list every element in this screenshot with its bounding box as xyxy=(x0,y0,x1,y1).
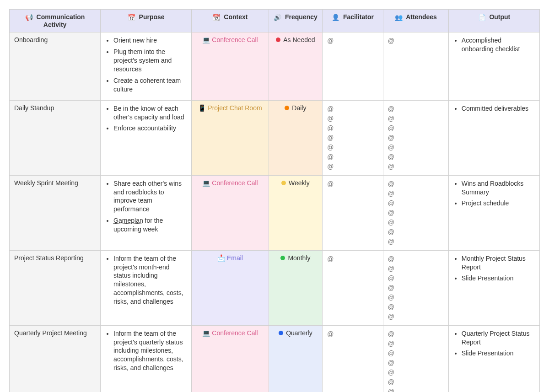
purpose-item: Inform the team of the project's month-e… xyxy=(113,254,187,306)
mention-placeholder[interactable]: @ xyxy=(388,312,444,322)
mention-placeholder[interactable]: @ xyxy=(388,264,444,274)
purpose-item: Gameplan for the upcoming week xyxy=(113,216,187,234)
frequency-cell[interactable]: Monthly xyxy=(269,250,322,325)
purpose-item: Create a coherent team culture xyxy=(113,76,187,94)
facilitator-cell[interactable]: @ xyxy=(323,32,383,100)
mention-placeholder[interactable]: @ xyxy=(388,377,444,387)
attendees-cell[interactable]: @@@@@@@ xyxy=(383,325,448,392)
purpose-item: Orient new hire xyxy=(113,36,187,45)
purpose-cell[interactable]: Be in the know of each other's capacity … xyxy=(101,100,192,175)
purpose-item: Be in the know of each other's capacity … xyxy=(113,104,187,122)
context-icon: 💻 xyxy=(202,179,210,187)
facilitator-cell[interactable]: @ xyxy=(323,325,383,392)
mention-placeholder[interactable]: @ xyxy=(388,237,444,247)
frequency-cell[interactable]: Quarterly xyxy=(269,325,322,392)
mention-placeholder[interactable]: @ xyxy=(388,124,444,133)
frequency-cell[interactable]: As Needed xyxy=(269,32,322,100)
purpose-item: Share each other's wins and roadblocks t… xyxy=(113,179,187,214)
mention-placeholder[interactable]: @ xyxy=(327,162,378,172)
person-icon: 👤 xyxy=(332,14,339,21)
mention-placeholder[interactable]: @ xyxy=(327,329,378,339)
frequency-cell[interactable]: Daily xyxy=(269,100,322,175)
attendees-cell[interactable]: @@@@@@@ xyxy=(383,100,448,175)
mention-placeholder[interactable]: @ xyxy=(388,358,444,368)
purpose-cell[interactable]: Share each other's wins and roadblocks t… xyxy=(101,175,192,250)
mention-placeholder[interactable]: @ xyxy=(327,36,378,46)
mention-placeholder[interactable]: @ xyxy=(388,114,444,124)
header-activity[interactable]: 📢 Communication Activity xyxy=(10,10,101,32)
mention-placeholder[interactable]: @ xyxy=(327,254,378,264)
purpose-cell[interactable]: Orient new hirePlug them into the projec… xyxy=(101,32,192,100)
facilitator-cell[interactable]: @ xyxy=(323,175,383,250)
mention-placeholder[interactable]: @ xyxy=(327,179,378,189)
activity-cell[interactable]: Project Status Reporting xyxy=(10,250,101,325)
context-tag: 💻Conference Call xyxy=(202,329,258,337)
context-cell[interactable]: 💻Conference Call xyxy=(192,32,269,100)
activity-cell[interactable]: Quarterly Project Meeting xyxy=(10,325,101,392)
purpose-cell[interactable]: Inform the team of the project's quarter… xyxy=(101,325,192,392)
mention-placeholder[interactable]: @ xyxy=(388,218,444,227)
attendees-cell[interactable]: @@@@@@@ xyxy=(383,250,448,325)
mention-placeholder[interactable]: @ xyxy=(388,227,444,237)
facilitator-cell[interactable]: @ xyxy=(323,250,383,325)
mention-placeholder[interactable]: @ xyxy=(388,133,444,143)
megaphone-icon: 📢 xyxy=(25,14,33,21)
mention-placeholder[interactable]: @ xyxy=(388,208,444,218)
header-attendees[interactable]: 👥 Attendees xyxy=(383,10,448,32)
mention-placeholder[interactable]: @ xyxy=(388,293,444,302)
activity-cell[interactable]: Onboarding xyxy=(10,32,101,100)
mention-placeholder[interactable]: @ xyxy=(327,104,378,114)
date-icon: 📆 xyxy=(212,14,220,21)
mention-placeholder[interactable]: @ xyxy=(388,104,444,114)
mention-placeholder[interactable]: @ xyxy=(388,283,444,293)
attendees-cell[interactable]: @@@@@@@ xyxy=(383,175,448,250)
output-cell[interactable]: Committed deliverables xyxy=(448,100,539,175)
mention-placeholder[interactable]: @ xyxy=(388,329,444,339)
context-cell[interactable]: 💻Conference Call xyxy=(192,175,269,250)
mention-placeholder[interactable]: @ xyxy=(388,254,444,264)
activity-cell[interactable]: Daily Standup xyxy=(10,100,101,175)
output-cell[interactable]: Wins and Roadblocks SummaryProject sched… xyxy=(448,175,539,250)
header-facilitator[interactable]: 👤 Facilitator xyxy=(323,10,383,32)
header-output[interactable]: 📄 Output xyxy=(448,10,539,32)
frequency-tag: Monthly xyxy=(280,254,310,262)
mention-placeholder[interactable]: @ xyxy=(327,152,378,162)
purpose-cell[interactable]: Inform the team of the project's month-e… xyxy=(101,250,192,325)
mention-placeholder[interactable]: @ xyxy=(388,179,444,189)
mention-placeholder[interactable]: @ xyxy=(388,143,444,152)
mention-placeholder[interactable]: @ xyxy=(388,274,444,283)
mention-placeholder[interactable]: @ xyxy=(388,36,444,46)
activity-cell[interactable]: Weekly Sprint Meeting xyxy=(10,175,101,250)
context-cell[interactable]: 📱Project Chat Room xyxy=(192,100,269,175)
header-purpose[interactable]: 📅 Purpose xyxy=(101,10,192,32)
context-cell[interactable]: 📩Email xyxy=(192,250,269,325)
output-item: Quarterly Project Status Report xyxy=(462,329,535,347)
mention-placeholder[interactable]: @ xyxy=(388,152,444,162)
attendees-cell[interactable]: @ xyxy=(383,32,448,100)
mention-placeholder[interactable]: @ xyxy=(388,387,444,392)
mention-placeholder[interactable]: @ xyxy=(327,143,378,152)
context-icon: 💻 xyxy=(202,329,210,337)
mention-placeholder[interactable]: @ xyxy=(388,368,444,377)
facilitator-cell[interactable]: @@@@@@@ xyxy=(323,100,383,175)
mention-placeholder[interactable]: @ xyxy=(388,302,444,312)
context-label: Conference Call xyxy=(212,329,258,337)
header-context[interactable]: 📆 Context xyxy=(192,10,269,32)
output-cell[interactable]: Monthly Project Status ReportSlide Prese… xyxy=(448,250,539,325)
mention-placeholder[interactable]: @ xyxy=(388,339,444,349)
output-cell[interactable]: Quarterly Project Status ReportSlide Pre… xyxy=(448,325,539,392)
context-cell[interactable]: 💻Conference Call xyxy=(192,325,269,392)
mention-placeholder[interactable]: @ xyxy=(327,133,378,143)
header-frequency[interactable]: 🔊 Frequency xyxy=(269,10,322,32)
mention-placeholder[interactable]: @ xyxy=(327,124,378,133)
mention-placeholder[interactable]: @ xyxy=(388,162,444,172)
frequency-cell[interactable]: Weekly xyxy=(269,175,322,250)
mention-placeholder[interactable]: @ xyxy=(388,199,444,208)
table-row: Project Status ReportingInform the team … xyxy=(10,250,540,325)
purpose-item: Inform the team of the project's quarter… xyxy=(113,329,187,372)
mention-placeholder[interactable]: @ xyxy=(388,189,444,199)
context-tag: 💻Conference Call xyxy=(202,36,258,43)
mention-placeholder[interactable]: @ xyxy=(327,114,378,124)
output-cell[interactable]: Accomplished onboarding checklist xyxy=(448,32,539,100)
mention-placeholder[interactable]: @ xyxy=(388,349,444,358)
